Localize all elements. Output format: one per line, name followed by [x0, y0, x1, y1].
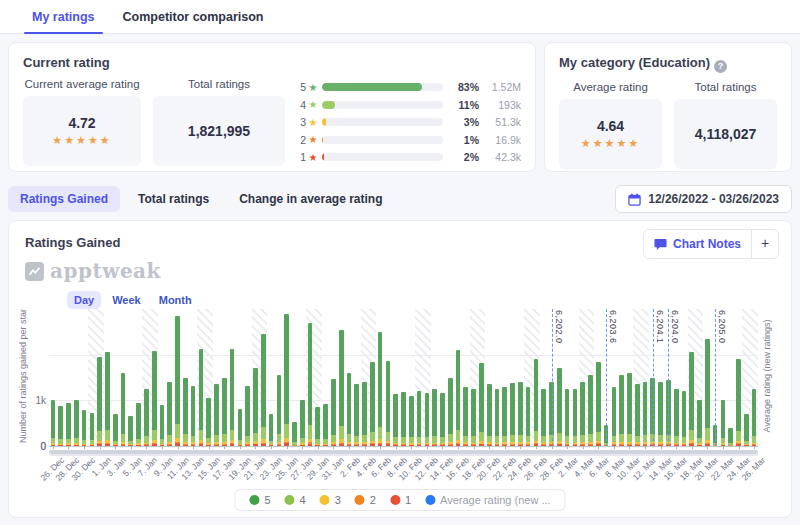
ratings-bar[interactable] — [230, 349, 235, 446]
tab-competitor-comparison[interactable]: Competitor comparison — [109, 0, 278, 33]
ratings-bar[interactable] — [463, 387, 468, 446]
ratings-bar[interactable] — [588, 375, 593, 446]
ratings-bar[interactable] — [90, 413, 95, 446]
ratings-bar[interactable] — [682, 391, 687, 446]
ratings-bar[interactable] — [705, 339, 710, 446]
ratings-bar[interactable] — [121, 373, 126, 446]
x-axis-scrollbar[interactable] — [49, 450, 758, 454]
ratings-bar[interactable] — [744, 414, 749, 446]
ratings-bar[interactable] — [471, 389, 476, 446]
ratings-bar[interactable] — [58, 406, 63, 446]
ratings-bar[interactable] — [432, 389, 437, 446]
granularity-day[interactable]: Day — [67, 291, 101, 309]
ratings-bar[interactable] — [82, 410, 87, 446]
ratings-bar[interactable] — [534, 359, 539, 446]
ratings-bar[interactable] — [526, 387, 531, 446]
chart-note-line[interactable] — [552, 309, 553, 446]
ratings-bar[interactable] — [167, 382, 172, 446]
ratings-bar[interactable] — [292, 422, 297, 446]
ratings-bar[interactable] — [253, 368, 258, 446]
ratings-bar[interactable] — [331, 379, 336, 446]
ratings-bar[interactable] — [175, 316, 180, 446]
ratings-bar[interactable] — [697, 400, 702, 446]
ratings-bar[interactable] — [386, 361, 391, 446]
ratings-bar[interactable] — [238, 409, 243, 446]
legend-item[interactable]: 4 — [285, 494, 306, 506]
granularity-month[interactable]: Month — [152, 291, 199, 309]
ratings-bar[interactable] — [440, 393, 445, 446]
legend-item[interactable]: 3 — [320, 494, 341, 506]
ratings-bar[interactable] — [128, 416, 133, 446]
ratings-bar[interactable] — [635, 384, 640, 446]
ratings-bar[interactable] — [619, 375, 624, 446]
ratings-bar[interactable] — [401, 392, 406, 446]
legend-item[interactable]: 2 — [355, 494, 376, 506]
help-icon[interactable]: ? — [714, 60, 727, 73]
ratings-bar[interactable] — [277, 375, 282, 446]
ratings-bar[interactable] — [565, 389, 570, 446]
ratings-bar[interactable] — [245, 386, 250, 446]
ratings-bar[interactable] — [573, 389, 578, 446]
ratings-bar[interactable] — [74, 400, 79, 446]
ratings-bar[interactable] — [160, 405, 165, 446]
ratings-bar[interactable] — [261, 334, 266, 446]
subtab-total-ratings[interactable]: Total ratings — [126, 186, 221, 212]
ratings-bar[interactable] — [183, 378, 188, 447]
ratings-bar[interactable] — [612, 387, 617, 446]
ratings-bar[interactable] — [541, 389, 546, 446]
ratings-bar[interactable] — [417, 391, 422, 446]
ratings-bar[interactable] — [191, 386, 196, 446]
ratings-bar[interactable] — [752, 389, 757, 446]
legend-item[interactable]: Average rating (new ... — [425, 494, 550, 506]
ratings-bar[interactable] — [347, 373, 352, 446]
ratings-bar[interactable] — [97, 357, 102, 446]
ratings-bar[interactable] — [66, 403, 71, 446]
ratings-bar[interactable] — [136, 403, 141, 446]
chart-note-line[interactable] — [606, 309, 607, 446]
ratings-bar[interactable] — [456, 350, 461, 446]
chart-notes-button[interactable]: Chart Notes — [644, 230, 751, 258]
ratings-bar[interactable] — [728, 428, 733, 446]
ratings-bar[interactable] — [370, 362, 375, 446]
ratings-bar[interactable] — [425, 393, 430, 446]
ratings-bar[interactable] — [495, 389, 500, 446]
ratings-bar[interactable] — [557, 368, 562, 446]
ratings-bar[interactable] — [300, 400, 305, 446]
ratings-bar[interactable] — [152, 351, 157, 446]
ratings-bar[interactable] — [105, 352, 110, 446]
ratings-bar[interactable] — [487, 384, 492, 446]
ratings-bar[interactable] — [393, 393, 398, 446]
ratings-bar[interactable] — [479, 363, 484, 446]
ratings-bar[interactable] — [627, 373, 632, 446]
ratings-bar[interactable] — [596, 362, 601, 446]
ratings-bar[interactable] — [323, 404, 328, 446]
ratings-bar[interactable] — [284, 314, 289, 446]
ratings-bar[interactable] — [308, 323, 313, 446]
granularity-week[interactable]: Week — [105, 291, 148, 309]
tab-my-ratings[interactable]: My ratings — [18, 0, 109, 33]
chart-note-line[interactable] — [715, 309, 716, 446]
ratings-bar[interactable] — [51, 400, 56, 446]
ratings-bar[interactable] — [510, 383, 515, 446]
ratings-bar[interactable] — [448, 378, 453, 447]
chart-note-line[interactable] — [668, 309, 669, 446]
ratings-bar[interactable] — [362, 382, 367, 446]
date-range-picker[interactable]: 12/26/2022 - 03/26/2023 — [615, 185, 792, 213]
ratings-bar[interactable] — [222, 378, 227, 447]
ratings-bar[interactable] — [580, 382, 585, 446]
ratings-bar[interactable] — [144, 389, 149, 446]
ratings-bar[interactable] — [409, 396, 414, 446]
subtab-ratings-gained[interactable]: Ratings Gained — [8, 186, 120, 212]
legend-item[interactable]: 1 — [390, 494, 411, 506]
ratings-bar[interactable] — [518, 382, 523, 446]
ratings-bar[interactable] — [199, 349, 204, 446]
ratings-bar[interactable] — [674, 389, 679, 446]
ratings-bar[interactable] — [354, 384, 359, 446]
ratings-bar[interactable] — [502, 387, 507, 446]
ratings-bar[interactable] — [689, 352, 694, 446]
ratings-bar[interactable] — [658, 382, 663, 446]
chart-plot-area[interactable]: 01k06,202.06,203.66,204.16,204.06,205.02… — [49, 309, 758, 446]
subtab-change-average-rating[interactable]: Change in average rating — [227, 186, 394, 212]
ratings-bar[interactable] — [721, 400, 726, 446]
ratings-bar[interactable] — [315, 407, 320, 446]
